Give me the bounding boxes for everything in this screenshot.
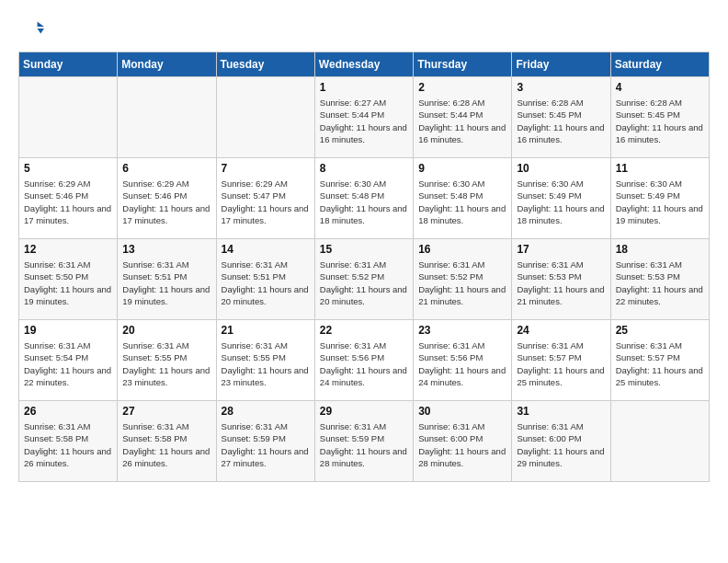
day-number: 2 — [418, 81, 506, 94]
calendar-cell: 1Sunrise: 6:27 AM Sunset: 5:44 PM Daylig… — [314, 77, 413, 158]
day-number: 29 — [320, 405, 408, 418]
weekday-header-sunday: Sunday — [19, 52, 118, 77]
calendar-cell: 18Sunrise: 6:31 AM Sunset: 5:53 PM Dayli… — [610, 239, 709, 320]
day-info: Sunrise: 6:28 AM Sunset: 5:44 PM Dayligh… — [418, 97, 506, 145]
calendar-cell: 20Sunrise: 6:31 AM Sunset: 5:55 PM Dayli… — [118, 320, 216, 401]
calendar-cell: 28Sunrise: 6:31 AM Sunset: 5:59 PM Dayli… — [216, 401, 314, 482]
day-number: 3 — [517, 81, 605, 94]
weekday-header-friday: Friday — [512, 52, 610, 77]
weekday-header-wednesday: Wednesday — [314, 52, 413, 77]
calendar-cell: 21Sunrise: 6:31 AM Sunset: 5:55 PM Dayli… — [216, 320, 314, 401]
day-info: Sunrise: 6:31 AM Sunset: 5:53 PM Dayligh… — [517, 259, 605, 307]
calendar-cell: 5Sunrise: 6:29 AM Sunset: 5:46 PM Daylig… — [19, 158, 118, 239]
day-info: Sunrise: 6:30 AM Sunset: 5:48 PM Dayligh… — [320, 178, 408, 226]
calendar-cell: 12Sunrise: 6:31 AM Sunset: 5:50 PM Dayli… — [19, 239, 118, 320]
day-info: Sunrise: 6:30 AM Sunset: 5:48 PM Dayligh… — [418, 178, 506, 226]
day-number: 14 — [222, 243, 310, 256]
calendar-cell: 3Sunrise: 6:28 AM Sunset: 5:45 PM Daylig… — [512, 77, 610, 158]
day-number: 7 — [222, 162, 310, 175]
calendar-cell: 2Sunrise: 6:28 AM Sunset: 5:44 PM Daylig… — [414, 77, 512, 158]
day-info: Sunrise: 6:31 AM Sunset: 5:54 PM Dayligh… — [24, 339, 112, 388]
day-info: Sunrise: 6:29 AM Sunset: 5:46 PM Dayligh… — [24, 178, 112, 226]
day-number: 27 — [122, 405, 210, 418]
day-number: 23 — [418, 324, 506, 337]
calendar-cell: 16Sunrise: 6:31 AM Sunset: 5:52 PM Dayli… — [414, 239, 512, 320]
calendar-cell: 11Sunrise: 6:30 AM Sunset: 5:49 PM Dayli… — [610, 158, 709, 239]
day-info: Sunrise: 6:31 AM Sunset: 5:52 PM Dayligh… — [418, 259, 506, 307]
day-info: Sunrise: 6:31 AM Sunset: 5:51 PM Dayligh… — [222, 259, 310, 307]
svg-marker-1 — [38, 29, 44, 34]
day-info: Sunrise: 6:30 AM Sunset: 5:49 PM Dayligh… — [517, 178, 605, 226]
day-number: 10 — [517, 162, 605, 175]
day-number: 11 — [616, 162, 704, 175]
calendar-cell: 30Sunrise: 6:31 AM Sunset: 6:00 PM Dayli… — [414, 401, 512, 482]
calendar-cell: 22Sunrise: 6:31 AM Sunset: 5:56 PM Dayli… — [314, 320, 413, 401]
day-info: Sunrise: 6:31 AM Sunset: 5:53 PM Dayligh… — [616, 259, 704, 307]
day-number: 12 — [24, 243, 112, 256]
day-info: Sunrise: 6:29 AM Sunset: 5:47 PM Dayligh… — [222, 178, 310, 226]
day-number: 25 — [616, 324, 704, 337]
day-info: Sunrise: 6:31 AM Sunset: 5:55 PM Dayligh… — [122, 339, 210, 388]
calendar-cell: 29Sunrise: 6:31 AM Sunset: 5:59 PM Dayli… — [314, 401, 413, 482]
day-info: Sunrise: 6:31 AM Sunset: 5:57 PM Dayligh… — [517, 339, 605, 388]
calendar-cell: 9Sunrise: 6:30 AM Sunset: 5:48 PM Daylig… — [414, 158, 512, 239]
calendar-cell: 17Sunrise: 6:31 AM Sunset: 5:53 PM Dayli… — [512, 239, 610, 320]
day-info: Sunrise: 6:29 AM Sunset: 5:46 PM Dayligh… — [122, 178, 210, 226]
day-number: 16 — [418, 243, 506, 256]
day-number: 21 — [222, 324, 310, 337]
day-number: 4 — [616, 81, 704, 94]
day-number: 9 — [418, 162, 506, 175]
day-info: Sunrise: 6:31 AM Sunset: 5:56 PM Dayligh… — [320, 339, 408, 388]
calendar-cell: 24Sunrise: 6:31 AM Sunset: 5:57 PM Dayli… — [512, 320, 610, 401]
day-info: Sunrise: 6:31 AM Sunset: 5:52 PM Dayligh… — [320, 259, 408, 307]
day-number: 28 — [222, 405, 310, 418]
day-number: 20 — [122, 324, 210, 337]
calendar-cell: 7Sunrise: 6:29 AM Sunset: 5:47 PM Daylig… — [216, 158, 314, 239]
day-info: Sunrise: 6:31 AM Sunset: 6:00 PM Dayligh… — [517, 420, 605, 469]
logo — [18, 15, 48, 40]
calendar-cell: 27Sunrise: 6:31 AM Sunset: 5:58 PM Dayli… — [118, 401, 216, 482]
calendar-table: SundayMondayTuesdayWednesdayThursdayFrid… — [18, 52, 710, 482]
day-number: 5 — [24, 162, 112, 175]
day-number: 13 — [122, 243, 210, 256]
day-info: Sunrise: 6:31 AM Sunset: 5:59 PM Dayligh… — [222, 420, 310, 469]
day-number: 31 — [517, 405, 605, 418]
calendar-cell — [118, 77, 216, 158]
day-info: Sunrise: 6:28 AM Sunset: 5:45 PM Dayligh… — [517, 97, 605, 145]
calendar-cell — [610, 401, 709, 482]
day-info: Sunrise: 6:28 AM Sunset: 5:45 PM Dayligh… — [616, 97, 704, 145]
calendar-cell: 23Sunrise: 6:31 AM Sunset: 5:56 PM Dayli… — [414, 320, 512, 401]
day-info: Sunrise: 6:31 AM Sunset: 5:51 PM Dayligh… — [122, 259, 210, 307]
day-number: 30 — [418, 405, 506, 418]
calendar-cell: 14Sunrise: 6:31 AM Sunset: 5:51 PM Dayli… — [216, 239, 314, 320]
day-info: Sunrise: 6:31 AM Sunset: 5:50 PM Dayligh… — [24, 259, 112, 307]
day-info: Sunrise: 6:27 AM Sunset: 5:44 PM Dayligh… — [320, 97, 408, 145]
calendar-cell: 10Sunrise: 6:30 AM Sunset: 5:49 PM Dayli… — [512, 158, 610, 239]
calendar-cell: 26Sunrise: 6:31 AM Sunset: 5:58 PM Dayli… — [19, 401, 118, 482]
calendar-cell: 25Sunrise: 6:31 AM Sunset: 5:57 PM Dayli… — [610, 320, 709, 401]
day-info: Sunrise: 6:31 AM Sunset: 6:00 PM Dayligh… — [418, 420, 506, 469]
day-number: 22 — [320, 324, 408, 337]
svg-marker-0 — [38, 21, 44, 27]
day-info: Sunrise: 6:31 AM Sunset: 5:58 PM Dayligh… — [122, 420, 210, 469]
calendar-cell: 8Sunrise: 6:30 AM Sunset: 5:48 PM Daylig… — [314, 158, 413, 239]
page-header — [18, 15, 710, 40]
calendar-cell — [216, 77, 314, 158]
day-info: Sunrise: 6:30 AM Sunset: 5:49 PM Dayligh… — [616, 178, 704, 226]
weekday-header-thursday: Thursday — [414, 52, 512, 77]
day-number: 17 — [517, 243, 605, 256]
day-number: 6 — [122, 162, 210, 175]
day-info: Sunrise: 6:31 AM Sunset: 5:55 PM Dayligh… — [222, 339, 310, 388]
calendar-cell: 15Sunrise: 6:31 AM Sunset: 5:52 PM Dayli… — [314, 239, 413, 320]
day-number: 15 — [320, 243, 408, 256]
day-number: 26 — [24, 405, 112, 418]
day-info: Sunrise: 6:31 AM Sunset: 5:58 PM Dayligh… — [24, 420, 112, 469]
day-number: 18 — [616, 243, 704, 256]
day-info: Sunrise: 6:31 AM Sunset: 5:59 PM Dayligh… — [320, 420, 408, 469]
calendar-cell: 31Sunrise: 6:31 AM Sunset: 6:00 PM Dayli… — [512, 401, 610, 482]
day-number: 1 — [320, 81, 408, 94]
day-number: 24 — [517, 324, 605, 337]
weekday-header-monday: Monday — [118, 52, 216, 77]
logo-icon — [18, 15, 44, 40]
weekday-header-tuesday: Tuesday — [216, 52, 314, 77]
